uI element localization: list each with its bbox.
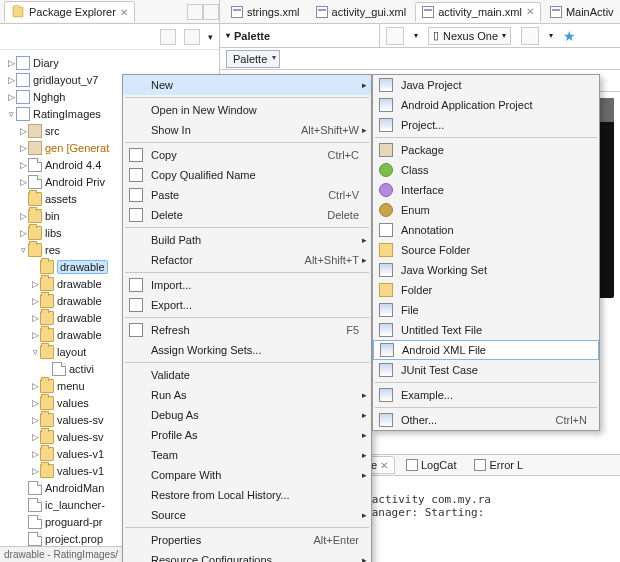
twist-icon[interactable]: ▷ [18,160,28,170]
context-menu-item[interactable]: Show InAlt+Shift+W [123,120,371,140]
new-submenu[interactable]: Java ProjectAndroid Application ProjectP… [372,74,600,431]
context-menu-item[interactable]: PropertiesAlt+Enter [123,530,371,550]
context-menu-item[interactable]: Assign Working Sets... [123,340,371,360]
submenu-item[interactable]: Package [373,140,599,160]
submenu-item[interactable]: Android XML File [373,340,599,360]
twist-icon[interactable]: ▷ [18,177,28,187]
menu-item-icon [379,413,393,427]
submenu-item[interactable]: Enum [373,200,599,220]
folder-icon [40,311,54,325]
tree-label: drawable [57,312,102,324]
link-editor-icon[interactable] [184,29,200,45]
twist-icon[interactable]: ▷ [30,381,40,391]
twist-icon[interactable]: ▷ [30,466,40,476]
twist-icon[interactable]: ▷ [30,330,40,340]
context-menu-item[interactable]: Compare With [123,465,371,485]
bottom-tab[interactable]: LogCat [399,456,463,474]
context-menu-item[interactable]: Validate [123,365,371,385]
editor-tab[interactable]: strings.xml [224,2,307,22]
context-menu-item[interactable]: CopyCtrl+C [123,145,371,165]
context-menu-item[interactable]: Export... [123,295,371,315]
context-menu-item[interactable]: New [123,75,371,95]
context-menu-item[interactable]: Open in New Window [123,100,371,120]
context-menu-item[interactable]: Profile As [123,425,371,445]
submenu-item[interactable]: Annotation [373,220,599,240]
twist-icon[interactable]: ▷ [30,415,40,425]
twist-icon[interactable]: ▷ [30,449,40,459]
twist-icon[interactable]: ▷ [18,126,28,136]
orientation-button[interactable] [521,27,539,45]
proj-icon [16,107,30,121]
context-menu-item[interactable]: Run As [123,385,371,405]
context-menu-item[interactable]: Source [123,505,371,525]
view-menu-icon[interactable]: ▾ [208,32,213,42]
twist-icon[interactable]: ▷ [18,143,28,153]
twist-icon[interactable]: ▷ [6,75,16,85]
editor-tab[interactable]: activity_gui.xml [309,2,414,22]
context-menu[interactable]: NewOpen in New WindowShow InAlt+Shift+WC… [122,74,372,562]
palette-title: Palette [234,30,270,42]
bottom-tab-label: Error L [489,459,523,471]
twist-icon[interactable]: ▷ [30,296,40,306]
context-menu-item[interactable]: Build Path [123,230,371,250]
submenu-item[interactable]: Other...Ctrl+N [373,410,599,430]
folder-icon [13,7,24,18]
tree-label: values-sv [57,414,103,426]
context-menu-item[interactable]: Restore from Local History... [123,485,371,505]
tree-label: assets [45,193,77,205]
chevron-down-icon[interactable]: ▾ [226,31,230,40]
bottom-tab[interactable]: Error L [467,456,530,474]
context-menu-item[interactable]: Copy Qualified Name [123,165,371,185]
submenu-item[interactable]: Interface [373,180,599,200]
twist-icon[interactable]: ▿ [18,245,28,255]
twist-icon[interactable]: ▷ [18,228,28,238]
twist-icon[interactable]: ▷ [30,432,40,442]
collapse-all-icon[interactable] [160,29,176,45]
close-icon[interactable]: ✕ [380,460,388,471]
submenu-item[interactable]: Folder [373,280,599,300]
submenu-item[interactable]: File [373,300,599,320]
maximize-icon[interactable] [203,4,219,20]
file-icon [28,532,42,546]
submenu-item[interactable]: Source Folder [373,240,599,260]
tree-label: values-v1 [57,448,104,460]
context-menu-item[interactable]: Import... [123,275,371,295]
submenu-item[interactable]: Untitled Text File [373,320,599,340]
twist-icon[interactable]: ▷ [30,398,40,408]
submenu-item[interactable]: Project... [373,115,599,135]
device-selector[interactable]: ▯ Nexus One ▾ [428,27,511,45]
context-menu-item[interactable]: RefactorAlt+Shift+T [123,250,371,270]
submenu-item[interactable]: Java Working Set [373,260,599,280]
submenu-item[interactable]: Class [373,160,599,180]
twist-icon[interactable]: ▷ [6,92,16,102]
editor-tab[interactable]: MainActiv [543,2,620,22]
star-icon[interactable]: ★ [563,28,576,44]
context-menu-item[interactable]: RefreshF5 [123,320,371,340]
submenu-item[interactable]: JUnit Test Case [373,360,599,380]
close-icon[interactable]: ✕ [120,7,128,18]
twist-icon[interactable]: ▿ [30,347,40,357]
file-icon [28,498,42,512]
config-button[interactable] [386,27,404,45]
twist-icon[interactable]: ▿ [6,109,16,119]
tree-node[interactable]: ▷Diary [4,54,219,71]
context-menu-item[interactable]: Resource Configurations [123,550,371,562]
submenu-item[interactable]: Example... [373,385,599,405]
palette-dropdown[interactable]: Palette [226,50,280,68]
package-explorer-tab[interactable]: Package Explorer ✕ [4,1,135,22]
close-icon[interactable]: ✕ [526,6,534,17]
twist-icon[interactable]: ▷ [18,211,28,221]
context-menu-item[interactable]: PasteCtrl+V [123,185,371,205]
twist-icon[interactable]: ▷ [30,313,40,323]
submenu-item[interactable]: Android Application Project [373,95,599,115]
editor-tab-label: MainActiv [566,6,614,18]
editor-tab[interactable]: activity_main.xml✕ [415,2,541,22]
tree-label: values-v1 [57,465,104,477]
submenu-item[interactable]: Java Project [373,75,599,95]
twist-icon[interactable]: ▷ [6,58,16,68]
context-menu-item[interactable]: DeleteDelete [123,205,371,225]
context-menu-item[interactable]: Debug As [123,405,371,425]
context-menu-item[interactable]: Team [123,445,371,465]
minimize-icon[interactable] [187,4,203,20]
twist-icon[interactable]: ▷ [30,279,40,289]
